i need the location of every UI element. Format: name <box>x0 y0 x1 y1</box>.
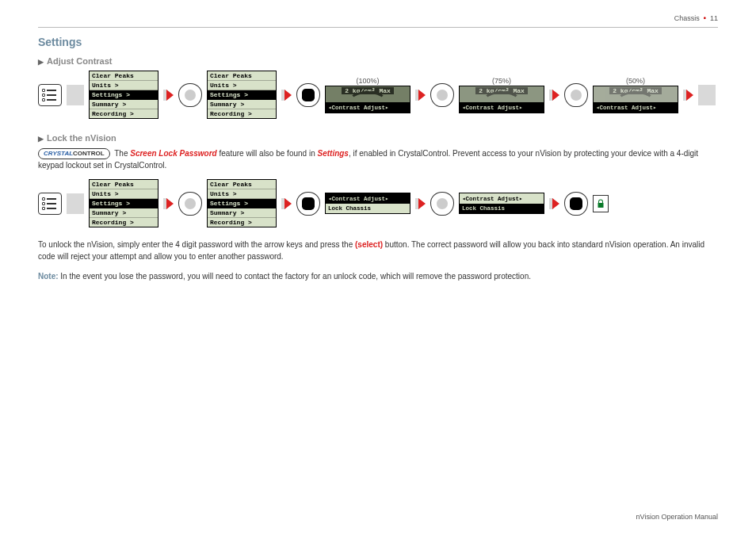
grey-block <box>67 85 84 105</box>
list-button-icon <box>38 193 62 215</box>
grey-block <box>67 193 84 214</box>
header-rule <box>38 27 718 28</box>
round-button-dim <box>430 83 454 107</box>
lock-sequence-row: Clear Peaks Units > Settings > Summary >… <box>38 179 718 227</box>
screen-lock-password-term: Screen Lock Password <box>130 149 217 158</box>
lcd-menu-1: Clear Peaks Units > Settings > Summary >… <box>89 71 158 119</box>
note-label: Note: <box>38 272 59 281</box>
pct-label-50: (50%) <box>626 77 645 85</box>
note-paragraph: Note: In the event you lose the password… <box>38 270 718 282</box>
round-button-dim <box>564 83 588 107</box>
arrow-icon <box>683 90 693 101</box>
lcd-lock-menu-1: ◂Contrast Adjust▸ Lock Chassis <box>325 193 410 214</box>
lcd-menu-4: Clear Peaks Units > Settings > Summary >… <box>207 179 277 227</box>
subheading-adjust-contrast: ▶Adjust Contrast <box>38 56 718 66</box>
settings-term: Settings <box>317 149 348 158</box>
round-button-dim <box>178 192 202 216</box>
round-button-press <box>564 192 588 216</box>
section-name: Chassis <box>674 14 700 22</box>
unlock-paragraph: To unlock the nVision, simply enter the … <box>38 239 718 262</box>
round-button-dim <box>430 192 454 216</box>
round-button-press <box>296 83 320 107</box>
arrow-icon <box>281 90 292 101</box>
round-button-press <box>296 192 320 216</box>
contrast-sequence-row: Clear Peaks Units > Settings > Summary >… <box>38 71 718 119</box>
grey-block <box>698 85 716 105</box>
lcd-display-100: 2 kg/cm² Max ◂Contrast Adjust▸ <box>325 86 410 113</box>
arrow-icon <box>415 198 426 209</box>
lock-intro-paragraph: CRYSTALCONTROL The Screen Lock Password … <box>38 147 718 171</box>
crystalcontrol-badge: CRYSTALCONTROL <box>38 148 110 159</box>
lcd-display-50: 2 kg/cm² Max ◂Contrast Adjust▸ <box>593 86 678 113</box>
lcd-display-75: 2 kg/cm² Max ◂Contrast Adjust▸ <box>459 86 544 113</box>
arrow-icon <box>163 198 174 209</box>
arrow-icon <box>281 198 292 209</box>
list-button-icon <box>38 84 62 106</box>
pct-label-75: (75%) <box>492 77 511 85</box>
header-bullet: • <box>701 14 708 22</box>
select-button-term: (select) <box>355 240 383 249</box>
page-number: 11 <box>710 14 718 22</box>
arrow-icon <box>163 90 174 101</box>
lcd-menu-2: Clear Peaks Units > Settings > Summary >… <box>207 71 277 119</box>
arrow-icon <box>415 90 426 101</box>
arrow-icon <box>549 198 559 209</box>
page-title: Settings <box>38 36 718 48</box>
footer-text: nVision Operation Manual <box>636 513 718 521</box>
subheading-lock: ▶Lock the nVision <box>38 133 718 143</box>
page-header: Chassis • 11 <box>38 14 718 22</box>
triangle-icon: ▶ <box>38 58 44 66</box>
lock-icon <box>593 195 609 212</box>
arrow-icon <box>549 90 559 101</box>
lcd-menu-3: Clear Peaks Units > Settings > Summary >… <box>89 179 158 227</box>
pct-label-100: (100%) <box>356 77 379 85</box>
round-button-dim <box>178 83 202 107</box>
triangle-icon: ▶ <box>38 135 44 143</box>
lcd-lock-menu-2: ◂Contrast Adjust▸ Lock Chassis <box>459 193 544 214</box>
